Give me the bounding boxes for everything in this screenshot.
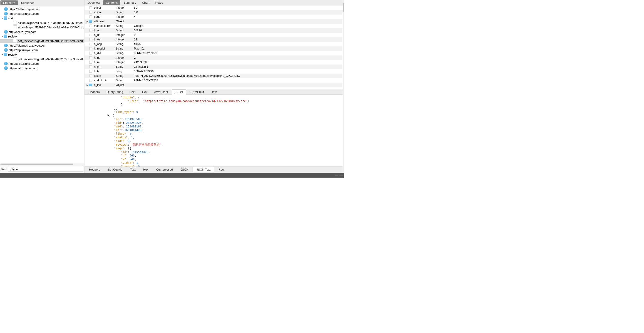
req-tab-query-string[interactable]: Query String	[103, 90, 126, 94]
tree-label: action?sign=2a1764a261f23babb8b2fd7050cf…	[18, 21, 83, 24]
prop-type: Integer	[114, 37, 132, 42]
resp-tab-raw[interactable]: Raw	[215, 167, 228, 172]
req-tab-hex[interactable]: Hex	[139, 90, 150, 94]
resp-tab-compressed[interactable]: Compressed	[152, 167, 177, 172]
tree-label: http://tbfile.izuiyou.com	[9, 62, 38, 66]
globe-icon	[4, 62, 8, 66]
table-row[interactable]: ▶ sdk_verObject	[84, 19, 343, 24]
prop-type: String	[114, 42, 132, 46]
table-row[interactable]: h_chStringzx-lingxin-1	[84, 64, 343, 69]
prop-type: String	[114, 78, 132, 83]
tree-row[interactable]: ▼review	[0, 34, 84, 38]
table-row[interactable]: h_osInteger28	[84, 37, 343, 42]
table-row[interactable]: h_tsLong1607499703607	[84, 69, 343, 74]
prop-key: h_model	[93, 46, 114, 51]
table-row[interactable]: offsetInteger60	[84, 6, 343, 10]
content-tab-summary[interactable]: Summary	[121, 0, 139, 5]
properties-table-wrap[interactable]: offsetInteger60 adverString1.0 pageInteg…	[84, 6, 343, 89]
content-v-scroll[interactable]	[343, 0, 344, 173]
file-icon	[13, 39, 17, 43]
prop-key: h_dt	[93, 33, 114, 37]
file-icon	[90, 6, 92, 9]
hosts-tree[interactable]: https://tbfile.izuiyou.comhttps://stat.i…	[0, 6, 84, 163]
tree-row[interactable]: hot_reviews?sign=ff0e99f87a842232cf1bd95…	[0, 57, 84, 61]
table-row[interactable]: ▶ h_idsObject	[84, 83, 343, 87]
tree-row[interactable]: action?sign=2a1764a261f23babb8b2fd7050cf…	[0, 20, 84, 25]
file-icon	[90, 79, 92, 82]
resp-tab-text[interactable]: Text	[126, 167, 139, 172]
globe-icon	[4, 30, 8, 34]
filter-input[interactable]	[8, 167, 83, 172]
prop-type: Object	[114, 83, 132, 87]
prop-type: String	[114, 24, 132, 28]
tree-row[interactable]: http://tbfile.izuiyou.com	[0, 61, 84, 66]
scroll-thumb[interactable]	[343, 3, 344, 12]
req-tab-headers[interactable]: Headers	[86, 90, 103, 94]
resp-tab-json[interactable]: JSON	[177, 167, 192, 172]
resp-tab-set-cookie[interactable]: Set Cookie	[104, 167, 126, 172]
sidebar-h-scroll[interactable]	[0, 163, 84, 166]
table-row[interactable]: h_didString93b1cfc602e71538	[84, 51, 343, 56]
chevron-down-icon[interactable]: ▼	[1, 54, 4, 56]
resp-tab-json-text[interactable]: JSON Text	[192, 167, 214, 172]
table-row[interactable]: manufacturerStringGoogle	[84, 24, 343, 28]
file-icon	[90, 34, 92, 36]
resp-tab-hex[interactable]: Hex	[140, 167, 152, 172]
prop-type: String	[114, 64, 132, 69]
prop-value: 93b1cfc602e71538	[132, 78, 343, 83]
file-icon	[90, 38, 92, 41]
sidebar-tab-structure[interactable]: Structure	[0, 0, 18, 5]
chevron-down-icon[interactable]: ▼	[1, 35, 4, 38]
content-tab-overview[interactable]: Overview	[85, 0, 103, 5]
file-icon	[90, 29, 92, 32]
table-row[interactable]: h_avString5.5.20	[84, 28, 343, 33]
prop-value: 28	[132, 37, 343, 42]
content-tab-chart[interactable]: Chart	[140, 0, 152, 5]
req-tab-raw[interactable]: Raw	[208, 90, 220, 94]
table-row[interactable]: tokenStringT7K7N_ZD-jGns9Z9s5u9ji7pJslOR…	[84, 74, 343, 78]
req-tab-text[interactable]: Text	[127, 90, 138, 94]
req-tab-json-text[interactable]: JSON Text	[187, 90, 207, 94]
tree-row[interactable]: https://diagnosis.izuiyou.com	[0, 43, 84, 48]
prop-key: token	[93, 74, 114, 78]
json-viewer[interactable]: "origin": { "urls": ["http://tbfile.izui…	[84, 95, 343, 166]
tree-row[interactable]: ▼review	[0, 52, 84, 57]
table-row[interactable]: pageInteger4	[84, 14, 343, 19]
prop-value: T7K7N_ZD-jGns9Z9s5u9ji7pJslOR5ykjuIb9351…	[132, 74, 343, 78]
tree-row[interactable]: https://stat.izuiyou.com	[0, 11, 84, 16]
chevron-right-icon[interactable]: ▶	[86, 20, 88, 23]
content-tab-notes[interactable]: Notes	[152, 0, 166, 5]
file-icon	[13, 57, 17, 61]
tree-row[interactable]: https://api.izuiyou.com	[0, 48, 84, 52]
table-row[interactable]: adverString1.0	[84, 10, 343, 14]
req-tab-javascript[interactable]: JavaScript	[151, 90, 171, 94]
resp-tab-headers[interactable]: Headers	[86, 167, 104, 172]
tree-row[interactable]: http://api.izuiyou.com	[0, 30, 84, 34]
table-row[interactable]: h_dtInteger0	[84, 33, 343, 37]
prop-value: 5.5.20	[132, 28, 343, 33]
chevron-right-icon[interactable]: ▶	[86, 84, 88, 86]
tree-row[interactable]: https://tbfile.izuiyou.com	[0, 7, 84, 11]
content-tab-contents[interactable]: Contents	[103, 0, 120, 5]
prop-key: h_ids	[93, 83, 114, 87]
chevron-down-icon[interactable]: ▼	[1, 17, 4, 20]
tree-row[interactable]: http://stat.izuiyou.com	[0, 66, 84, 70]
tree-row[interactable]: action?sign=2f29b86258ac4a9dde62aa13ff9e…	[0, 25, 84, 30]
req-tab-json[interactable]: JSON	[172, 90, 186, 95]
table-row[interactable]: h_appStringzuiyou	[84, 42, 343, 46]
scroll-thumb[interactable]	[0, 164, 73, 165]
table-row[interactable]: h_ntInteger1	[84, 56, 343, 60]
tree-row[interactable]: ▼stat	[0, 16, 84, 20]
prop-value: 242593288	[132, 60, 343, 64]
table-row[interactable]: h_mInteger242593288	[84, 60, 343, 64]
table-row[interactable]: android_idString93b1cfc602e71538	[84, 78, 343, 83]
content-tabbar: OverviewContentsSummaryChartNotes	[84, 0, 343, 6]
tree-row[interactable]: hot_reviews?sign=ff0e99f87a842232cf1bd95…	[0, 38, 84, 43]
prop-type: Long	[114, 69, 132, 74]
status-button-2[interactable]	[339, 175, 343, 176]
filter-bar: lter:	[0, 166, 84, 173]
sidebar-tab-sequence[interactable]: Sequence	[18, 0, 37, 5]
status-button-1[interactable]	[335, 175, 338, 176]
table-row[interactable]: h_modelStringPixel XL	[84, 46, 343, 51]
file-icon	[90, 74, 92, 77]
